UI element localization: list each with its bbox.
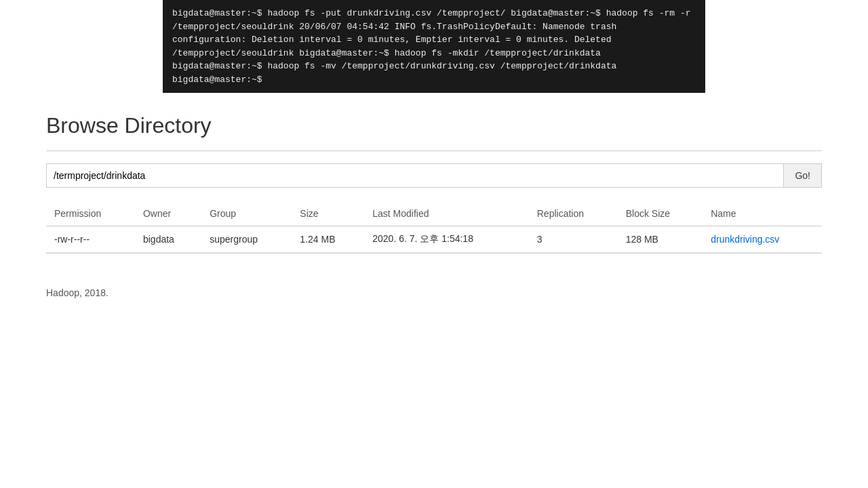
owner-cell: bigdata: [135, 226, 201, 253]
group-cell: supergroup: [201, 226, 292, 253]
footer: Hadoop, 2018.: [0, 267, 868, 319]
size-cell: 1.24 MB: [292, 226, 364, 253]
file-link[interactable]: drunkdriving.csv: [711, 234, 779, 245]
table-header-cell: Owner: [135, 201, 201, 226]
table-header-cell: Block Size: [618, 201, 703, 226]
last-modified-cell: 2020. 6. 7. 오후 1:54:18: [364, 226, 528, 253]
table-header-cell: Group: [201, 201, 292, 226]
page-title: Browse Directory: [46, 113, 822, 138]
table-header-cell: Replication: [529, 201, 618, 226]
permission-cell: -rw-r--r--: [46, 226, 135, 253]
path-bar: Go!: [46, 163, 822, 188]
footer-divider: [46, 253, 822, 253]
title-divider: [46, 150, 822, 151]
block-size-cell: 128 MB: [618, 226, 703, 253]
table-header-cell: Name: [703, 201, 822, 226]
replication-cell: 3: [529, 226, 618, 253]
table-header: PermissionOwnerGroupSizeLast ModifiedRep…: [46, 201, 822, 226]
table-header-cell: Size: [292, 201, 364, 226]
name-cell[interactable]: drunkdriving.csv: [703, 226, 822, 253]
table-row: -rw-r--r--bigdatasupergroup1.24 MB2020. …: [46, 226, 822, 253]
footer-text: Hadoop, 2018.: [46, 287, 108, 298]
go-button[interactable]: Go!: [784, 163, 822, 188]
table-body: -rw-r--r--bigdatasupergroup1.24 MB2020. …: [46, 226, 822, 253]
table-header-row: PermissionOwnerGroupSizeLast ModifiedRep…: [46, 201, 822, 226]
table-header-cell: Last Modified: [364, 201, 528, 226]
path-input[interactable]: [46, 163, 784, 188]
table-header-cell: Permission: [46, 201, 135, 226]
browse-section: Browse Directory Go! PermissionOwnerGrou…: [0, 93, 868, 253]
directory-table: PermissionOwnerGroupSizeLast ModifiedRep…: [46, 201, 822, 253]
terminal-output: bigdata@master:~$ hadoop fs -put drunkdr…: [163, 0, 705, 93]
